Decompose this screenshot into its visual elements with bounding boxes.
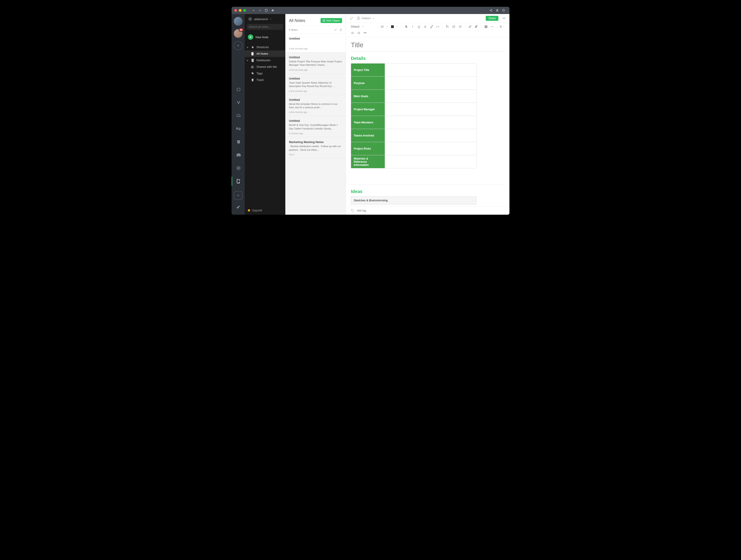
note-body[interactable]: Details Project TitlePurposeMain GoalsPr… xyxy=(346,51,510,206)
svg-rect-17 xyxy=(358,17,360,20)
details-row-value[interactable] xyxy=(385,129,476,142)
font-size-select[interactable]: 14 xyxy=(380,25,389,29)
numbered-list-button[interactable] xyxy=(458,24,463,29)
people-icon xyxy=(251,66,254,68)
close-window-button[interactable] xyxy=(234,9,237,12)
details-row-value[interactable] xyxy=(385,116,476,129)
svg-rect-16 xyxy=(340,29,342,31)
nav-item-tags[interactable]: Tags xyxy=(245,70,285,77)
nav-item-shared[interactable]: Shared with Me xyxy=(245,63,285,70)
notebook-breadcrumb[interactable]: <Inbox> xyxy=(357,17,374,20)
note-title-input[interactable] xyxy=(346,37,510,51)
details-row-value[interactable] xyxy=(385,142,476,155)
note-card-date: Feb 2 xyxy=(289,153,342,156)
expand-button[interactable] xyxy=(350,17,353,20)
note-card[interactable]: UntitledTeam Date Quarter Notes Objectiv… xyxy=(285,74,346,95)
share-titlebar-button[interactable] xyxy=(488,7,494,13)
home-button[interactable] xyxy=(270,7,276,13)
settings-button[interactable] xyxy=(236,205,240,209)
app-icon-evernote[interactable] xyxy=(231,177,245,186)
nav-item-all-notes[interactable]: All Notes xyxy=(245,50,285,57)
workspace-avatar-2[interactable]: 98 xyxy=(233,29,243,38)
sort-button[interactable] xyxy=(334,28,337,31)
font-family-select[interactable]: Default xyxy=(350,25,364,29)
tag-icon xyxy=(351,209,354,212)
nav-item-shortcuts[interactable]: ▶ Shortcuts xyxy=(245,44,285,50)
search-input[interactable] xyxy=(249,25,283,28)
svg-point-9 xyxy=(237,167,240,170)
app-icon-cloud[interactable] xyxy=(231,111,245,120)
indent-button[interactable] xyxy=(356,30,361,36)
app-icon-dots[interactable] xyxy=(231,98,245,107)
add-workspace-button[interactable]: + xyxy=(233,41,243,50)
note-card-date: a few seconds ago xyxy=(289,69,342,71)
details-row-value[interactable] xyxy=(385,63,476,77)
table-button[interactable] xyxy=(483,24,488,29)
history-button[interactable] xyxy=(500,7,507,13)
ideas-table[interactable]: Sketches & Brainstorming xyxy=(351,196,476,204)
bullet-list-button[interactable] xyxy=(451,24,456,29)
chevron-down-icon xyxy=(270,18,272,20)
search-notes[interactable] xyxy=(247,24,283,30)
evernote-sidebar: aidannerol + New Note ▶ Shortcuts xyxy=(245,14,285,215)
note-card[interactable]: UntitledDetails Project Title Purpose Ma… xyxy=(285,52,346,74)
share-button[interactable]: Share xyxy=(486,16,498,21)
web-clipper-button[interactable]: Web Clipper xyxy=(321,18,342,23)
hr-button[interactable] xyxy=(490,24,495,29)
caret-icon: ▶ xyxy=(247,46,249,48)
account-switcher[interactable]: aidannerol xyxy=(245,14,285,24)
add-tag-input[interactable] xyxy=(357,209,504,212)
add-app-button[interactable]: + xyxy=(234,191,243,200)
upgrade-button[interactable]: Upgrade xyxy=(245,206,285,215)
bold-button[interactable]: B xyxy=(404,24,409,29)
app-icon-cube[interactable] xyxy=(231,85,245,94)
note-editor: | <Inbox> Share ••• Default 14 B I U xyxy=(346,14,510,215)
svg-rect-24 xyxy=(454,26,455,27)
strikethrough-button[interactable] xyxy=(423,24,428,29)
app-icon-bitbucket[interactable] xyxy=(231,137,245,146)
underline-button[interactable]: U xyxy=(416,24,421,29)
minimize-window-button[interactable] xyxy=(239,9,242,12)
app-icon-hash[interactable] xyxy=(231,164,245,173)
italic-button[interactable]: I xyxy=(410,24,415,29)
workspace-avatar-1[interactable] xyxy=(233,17,243,26)
notes-list-heading: All Notes xyxy=(289,18,305,23)
details-row-value[interactable] xyxy=(385,90,476,103)
note-card[interactable]: UntitledAbout this template Stress is co… xyxy=(285,95,346,116)
nav-item-notebooks[interactable]: ▶ Notebooks xyxy=(245,57,285,63)
link-button[interactable] xyxy=(467,24,472,29)
note-card-date: a few minutes ago xyxy=(289,111,342,114)
code-block-button[interactable] xyxy=(435,24,440,29)
svg-point-0 xyxy=(491,9,492,10)
nav-back-button[interactable] xyxy=(251,7,257,13)
svg-point-2 xyxy=(491,11,492,12)
outdent-button[interactable] xyxy=(350,30,355,36)
notebook-icon xyxy=(357,17,360,20)
more-button[interactable]: ••• xyxy=(502,17,506,20)
notes-count: 6 Notes xyxy=(289,28,297,31)
details-table[interactable]: Project TitlePurposeMain GoalsProject Ma… xyxy=(351,63,476,168)
layers-button[interactable] xyxy=(494,7,500,13)
maximize-window-button[interactable] xyxy=(243,9,246,12)
app-icon-behance[interactable] xyxy=(231,124,245,133)
nav-forward-button[interactable] xyxy=(257,7,263,13)
note-card[interactable]: UntitledMonth & Year Key: Goals/Messages… xyxy=(285,116,346,137)
app-icon-discord[interactable] xyxy=(231,150,245,160)
note-card[interactable]: Untitleda few seconds ago xyxy=(285,34,346,52)
text-color-select[interactable] xyxy=(390,25,399,29)
highlight-button[interactable] xyxy=(429,24,434,29)
nav-item-trash[interactable]: Trash xyxy=(245,77,285,83)
align-button[interactable] xyxy=(499,24,504,29)
reload-button[interactable] xyxy=(263,7,270,13)
lock-icon[interactable] xyxy=(340,28,342,31)
more-format-button[interactable]: ••• xyxy=(362,30,367,36)
details-row-value[interactable] xyxy=(385,77,476,90)
details-row-value[interactable] xyxy=(385,103,476,116)
details-row-value[interactable] xyxy=(385,155,476,168)
note-card[interactable]: Marketing Meeting Notes- Review distribu… xyxy=(285,137,346,159)
attachment-button[interactable] xyxy=(474,24,479,29)
note-card-preview: Details Project Title Purpose Main Goals… xyxy=(289,60,342,67)
checklist-button[interactable] xyxy=(445,24,450,29)
notes-list-column: All Notes Web Clipper 6 Notes Untitleda … xyxy=(285,14,346,215)
new-note-button[interactable]: + New Note xyxy=(245,33,285,42)
